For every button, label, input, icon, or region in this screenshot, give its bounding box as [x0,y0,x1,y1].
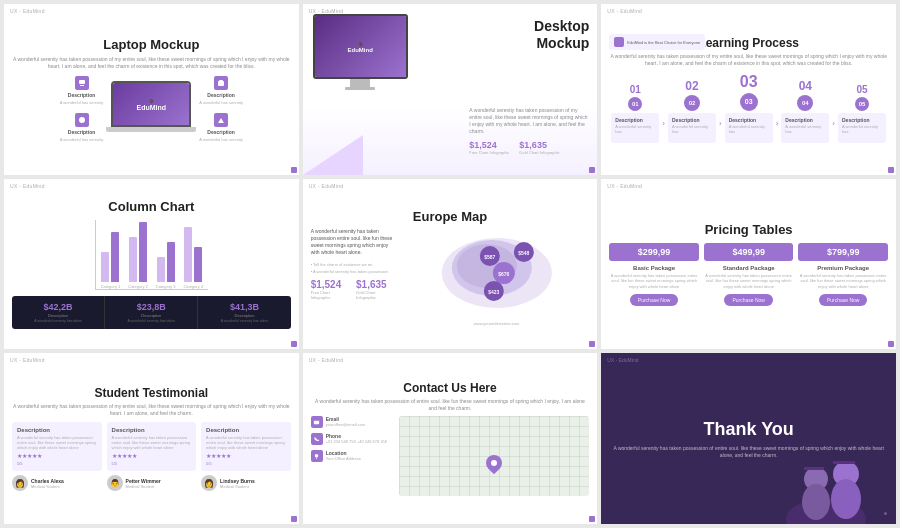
purchase-btn-1[interactable]: Purchase Now [630,294,679,306]
map-bullet-1: • Tell the charm of existence we art [311,262,396,267]
svg-text:$423: $423 [488,289,499,295]
slide-7-subtitle: A wonderful serenity has taken possessio… [12,403,291,417]
phone-icon [311,433,323,445]
person-info-1: Charles Alexa Medical Student [31,478,64,489]
slide-europe-map: UX - EduMind Europe Map A wonderful sere… [303,179,598,350]
slide-5-label: UX - EduMind [309,183,344,189]
decor-rect-6 [888,341,894,347]
step-card-1: Description A wonderful serenity has [611,113,659,143]
pricing-col-1: $299,99 Basic Package A wonderful sereni… [609,243,699,306]
desktop-monitor-content: 🎓 EduMind [315,16,406,77]
map-desc: A wonderful serenity has taken possessio… [311,228,396,256]
desktop-price-1: $1,524 Free Chart Infographic [469,140,509,155]
slides-grid: UX - EduMind Laptop Mockup A wonderful s… [0,0,900,528]
step-num-1: 01 [630,84,641,95]
slide-8-subtitle: A wonderful serenity has taken possessio… [311,398,590,412]
person-info-2: Petter Wimmer Medical Student [126,478,161,489]
slide-6-label: UX - EduMind [607,183,642,189]
stat-3: $41,3B DescriptionA wonderful serenity h… [198,296,290,330]
desktop-price-2: $1,635 Gold Chart Infographic [519,140,559,155]
slide-3-subtitle: A wonderful serenity has taken possessio… [609,53,888,67]
plan-name-1: Basic Package [633,265,675,271]
desktop-foot [345,87,375,90]
slide-learning-process: UX - EduMind EduMind is the Best Choice … [601,4,896,175]
stat-label-1: DescriptionA wonderful serenity has take… [34,313,82,324]
step-5: 05 05 Description A wonderful serenity h… [838,84,886,143]
svg-point-22 [831,479,861,519]
map-pin [486,455,502,471]
desktop-desc: A wonderful serenity has taken possessio… [469,107,589,135]
decor-rect-5 [589,341,595,347]
desc-sub-3: A wonderful has serenity [199,100,243,105]
step-num-4: 04 [799,79,812,93]
map-p-val-2: $1,635 [356,279,396,290]
desc-title-4: Description [207,129,235,135]
step-title-2: Description [672,117,712,123]
map-p-label-2: Gold Chart Infographic [356,290,396,300]
chart-bars-3 [157,242,175,282]
test-title-2: Description [112,427,192,433]
chart-bars-1 [101,232,119,282]
desktop-brand: EduMind [347,47,372,53]
svg-text:$676: $676 [498,271,509,277]
slide-testimonial: UX - EduMind Student Testimonial A wonde… [4,353,299,524]
contact-location-text: Location Your Office Address [326,450,361,461]
svg-rect-1 [80,85,84,86]
map-bullet-2: • A wonderful serenity has taken possess… [311,269,396,274]
arrow-2: › [719,119,722,128]
purchase-btn-3[interactable]: Purchase Now [819,294,868,306]
step-card-3: Description A wonderful serenity has [725,113,773,143]
chart-label-1: Category 1 [101,284,121,289]
laptop-area: Description A wonderful has serenity Des… [12,76,291,142]
step-text-2: A wonderful serenity has [672,124,712,134]
decor-rect-4 [291,341,297,347]
step-title-3: Description [729,117,769,123]
decor-rect-7 [291,516,297,522]
arrow-4: › [832,119,835,128]
step-card-2: Description A wonderful serenity has [668,113,716,143]
map-price-row: $1,524 Free Chart Infographic $1,635 Gol… [311,279,396,300]
avatar-1: 👩 [12,475,28,491]
desktop-desc-area: A wonderful serenity has taken possessio… [469,107,589,155]
desc-item-2: Description A wonderful has serenity [60,113,104,142]
bar-1a [101,252,109,282]
decor-rect-2 [589,167,595,173]
price-2: $499,99 [704,243,794,261]
desc-icon-4 [214,113,228,127]
map-left-panel: A wonderful serenity has taken possessio… [311,228,396,318]
location-val: Your Office Address [326,456,361,461]
svg-point-17 [315,454,319,458]
location-icon [311,450,323,462]
step-2: 02 02 Description A wonderful serenity h… [668,79,716,143]
desc-sub-4: A wonderful has serenity [199,137,243,142]
person-info-3: Lindsey Burns Medical Student [220,478,255,489]
testimonial-2: Description A wonderful serenity has tak… [107,422,197,472]
rating-1: 5/5 [17,461,97,466]
plan-name-3: Premium Package [817,265,869,271]
step-4: 04 04 Description A wonderful serenity h… [781,79,829,143]
chart-label-2: Category 2 [128,284,148,289]
purchase-btn-2[interactable]: Purchase Now [724,294,773,306]
desc-col-right: Description A wonderful has serenity Des… [199,76,243,142]
desc-sub-2: A wonderful has serenity [60,137,104,142]
step-badge-4: 04 [797,95,813,111]
map-right-panel: $587 $548 $676 $423 www.youronlinestore.… [404,228,590,318]
person-3: 👩 Lindsey Burns Medical Student [201,475,291,491]
step-badge-5: 05 [855,97,869,111]
slide-4-label: UX - EduMind [10,183,45,189]
desc-icon-2 [75,113,89,127]
chart-group-2: Category 2 [128,222,148,289]
desc-col-left: Description A wonderful has serenity Des… [60,76,104,142]
slide-3-title: Learning Process [698,36,799,50]
step-text-1: A wonderful serenity has [615,124,655,134]
rating-3: 5/5 [206,461,286,466]
bar-2b [139,222,147,282]
bar-2a [129,237,137,282]
plan-name-2: Standard Package [723,265,775,271]
europe-svg: $587 $548 $676 $423 [404,228,590,318]
slide-4-title: Column Chart [108,199,194,214]
desktop-graphic: 🎓 EduMind [313,14,408,90]
slide-9-title: Thank You [609,419,888,440]
laptop-screen-content: 🎓 EduMind [113,83,189,125]
testimonial-people: 👩 Charles Alexa Medical Student 👨 Petter… [12,475,291,491]
